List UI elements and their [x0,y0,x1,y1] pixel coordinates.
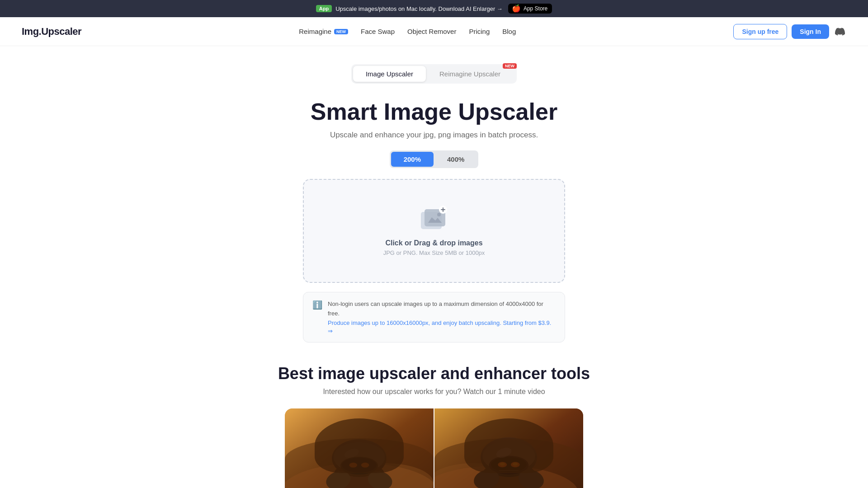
svg-point-23 [481,437,537,477]
svg-point-32 [472,467,501,488]
svg-rect-4 [285,408,434,488]
svg-point-6 [335,463,434,488]
app-store-label: App Store [524,5,547,12]
info-box: ℹ️ Non-login users can upscale images up… [303,292,565,343]
nav-links: Reimagine new Face Swap Object Remover P… [299,28,516,35]
nav-item-face-swap[interactable]: Face Swap [361,28,395,35]
nav-item-pricing[interactable]: Pricing [469,28,490,35]
nav-item-object-remover[interactable]: Object Remover [407,28,456,35]
svg-rect-8 [335,468,384,488]
reimagine-new-badge: new [334,29,348,34]
nav-label-blog: Blog [502,28,516,35]
svg-point-2 [437,213,441,216]
hero-subtitle: Upscale and enhance your jpg, png images… [330,131,538,140]
drop-text-main: Click or Drag & drop images [385,239,482,247]
hero-title: Smart Image Upscaler [311,98,557,125]
signin-button[interactable]: Sign In [792,24,829,39]
scale-200-button[interactable]: 200% [391,152,434,167]
svg-point-26 [491,457,527,472]
section-title: Best image upscaler and enhancer tools [278,364,590,383]
tab-new-badge: NEW [503,63,517,69]
scale-toggle: 200% 400% [390,150,479,168]
svg-point-9 [332,439,387,477]
info-icon: ℹ️ [312,300,322,310]
soldier-shape-left [285,408,434,488]
info-content: Non-login users can upscale images up to… [328,300,556,335]
tab-label-image-upscaler: Image Upscaler [366,70,413,78]
nav-label-face-swap: Face Swap [361,28,395,35]
svg-point-19 [434,465,578,488]
tab-image-upscaler[interactable]: Image Upscaler [353,66,426,82]
nav-actions: Sign up free Sign In [733,24,846,39]
info-link[interactable]: Produce images up to 16000x16000px, and … [328,319,551,334]
nav-label-object-remover: Object Remover [407,28,456,35]
discord-icon[interactable] [834,25,846,38]
drop-zone[interactable]: Click or Drag & drop images JPG or PNG. … [303,179,565,283]
svg-point-14 [349,462,358,467]
svg-rect-22 [483,468,534,488]
top-banner: App Upscale images/photos on Mac locally… [0,0,868,17]
apple-icon: 🍎 [512,5,521,12]
banner-text: Upscale images/photos on Mac locally. Do… [335,5,503,12]
svg-point-10 [333,442,385,472]
svg-point-13 [344,447,360,460]
upload-icon [418,206,450,233]
svg-point-5 [285,463,434,488]
svg-rect-18 [434,408,583,488]
tab-bar: Image Upscaler Reimagine Upscaler NEW [351,64,517,84]
tab-label-reimagine-upscaler: Reimagine Upscaler [439,70,500,78]
svg-point-20 [434,463,519,488]
svg-point-31 [513,462,518,465]
demo-image-before [285,408,434,488]
tab-reimagine-upscaler[interactable]: Reimagine Upscaler NEW [427,66,515,82]
navbar: Img.Upscaler Reimagine new Face Swap Obj… [0,17,868,46]
svg-point-33 [516,467,546,488]
signup-button[interactable]: Sign up free [733,24,787,39]
app-badge: App [316,5,332,12]
svg-point-30 [500,462,505,465]
svg-point-16 [324,469,353,488]
soldier-shape-right [434,408,583,488]
svg-point-27 [495,446,513,460]
svg-point-29 [511,462,520,467]
svg-point-17 [366,469,394,488]
scale-400-button[interactable]: 400% [434,152,477,167]
svg-point-28 [498,462,507,467]
section-subtitle: Interested how our upscaler works for yo… [323,388,545,396]
nav-label-pricing: Pricing [469,28,490,35]
demo-image-after [434,408,583,488]
svg-point-24 [482,441,535,471]
nav-item-reimagine[interactable]: Reimagine new [299,28,348,35]
main-content: Image Upscaler Reimagine Upscaler NEW Sm… [0,46,868,488]
drop-text-sub: JPG or PNG. Max Size 5MB or 1000px [383,249,485,256]
app-store-link[interactable]: 🍎 App Store [508,4,552,14]
info-text: Non-login users can upscale images up to… [328,300,556,319]
demo-images [285,408,583,488]
svg-point-11 [340,456,378,474]
svg-point-15 [361,462,369,467]
svg-point-25 [489,455,529,474]
nav-item-blog[interactable]: Blog [502,28,516,35]
logo[interactable]: Img.Upscaler [22,26,81,38]
svg-point-12 [342,457,377,472]
nav-label-reimagine: Reimagine [299,28,331,35]
